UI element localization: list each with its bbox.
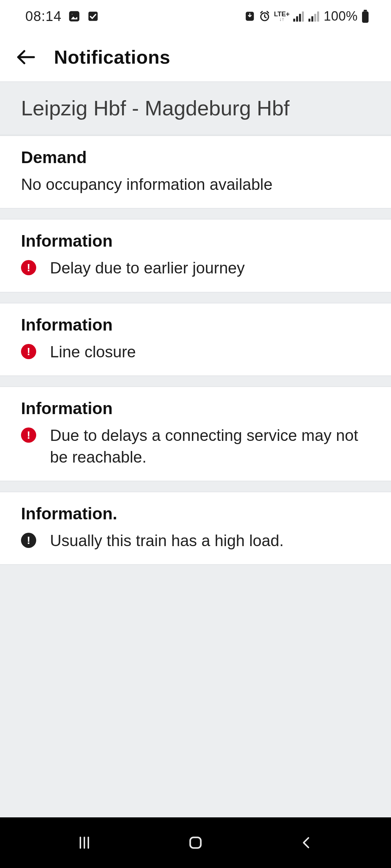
page-title: Notifications bbox=[54, 46, 170, 68]
card-body: Line closure bbox=[50, 341, 370, 362]
svg-rect-8 bbox=[302, 12, 304, 22]
svg-rect-14 bbox=[362, 12, 369, 23]
svg-rect-7 bbox=[299, 14, 301, 21]
battery-percent: 100% bbox=[324, 9, 358, 24]
svg-rect-12 bbox=[317, 12, 319, 22]
card-title: Information bbox=[21, 315, 370, 335]
card-title: Demand bbox=[21, 148, 370, 167]
info-icon: ! bbox=[21, 533, 36, 548]
check-icon bbox=[87, 10, 99, 22]
warning-icon: ! bbox=[21, 344, 36, 359]
svg-rect-2 bbox=[88, 12, 98, 21]
card-info-delay: Information ! Delay due to earlier journ… bbox=[0, 219, 391, 292]
svg-rect-11 bbox=[314, 14, 316, 21]
card-body: Due to delays a connecting service may n… bbox=[50, 425, 370, 468]
battery-icon bbox=[361, 10, 369, 23]
app-bar: Notifications bbox=[0, 33, 391, 81]
svg-point-1 bbox=[71, 13, 73, 15]
signal-icon-2 bbox=[308, 11, 320, 22]
back-button[interactable] bbox=[14, 46, 38, 69]
home-button[interactable] bbox=[177, 832, 214, 854]
card-title: Information bbox=[21, 231, 370, 251]
card-info-connection: Information ! Due to delays a connecting… bbox=[0, 386, 391, 481]
update-icon bbox=[244, 11, 255, 22]
route-header: Leipzig Hbf - Magdeburg Hbf bbox=[0, 81, 391, 135]
card-body: Usually this train has a high load. bbox=[50, 530, 370, 551]
status-left: 08:14 bbox=[25, 9, 99, 24]
svg-rect-10 bbox=[311, 16, 313, 22]
svg-rect-19 bbox=[190, 837, 201, 848]
image-icon bbox=[68, 10, 80, 22]
alarm-icon bbox=[259, 10, 270, 22]
card-demand: Demand No occupancy information availabl… bbox=[0, 135, 391, 209]
warning-icon: ! bbox=[21, 260, 36, 275]
card-title: Information. bbox=[21, 504, 370, 523]
svg-rect-9 bbox=[308, 19, 310, 22]
route-label: Leipzig Hbf - Magdeburg Hbf bbox=[21, 96, 370, 120]
svg-rect-5 bbox=[293, 19, 295, 22]
card-info-closure: Information ! Line closure bbox=[0, 303, 391, 376]
warning-icon: ! bbox=[21, 427, 36, 443]
recents-button[interactable] bbox=[66, 832, 102, 854]
svg-rect-6 bbox=[296, 16, 298, 22]
status-time: 08:14 bbox=[25, 9, 62, 24]
android-nav-bar bbox=[0, 817, 391, 868]
card-info-load: Information. ! Usually this train has a … bbox=[0, 492, 391, 565]
signal-icon bbox=[293, 11, 305, 22]
card-body: Delay due to earlier journey bbox=[50, 257, 370, 278]
card-title: Information bbox=[21, 399, 370, 418]
status-bar: 08:14 LTE+ ↓↑ bbox=[0, 0, 391, 33]
svg-rect-13 bbox=[364, 10, 367, 12]
status-right: LTE+ ↓↑ 100% bbox=[244, 9, 369, 24]
back-nav-button[interactable] bbox=[289, 832, 325, 854]
network-type-icon: LTE+ ↓↑ bbox=[274, 11, 290, 22]
card-body: No occupancy information available bbox=[21, 174, 370, 195]
